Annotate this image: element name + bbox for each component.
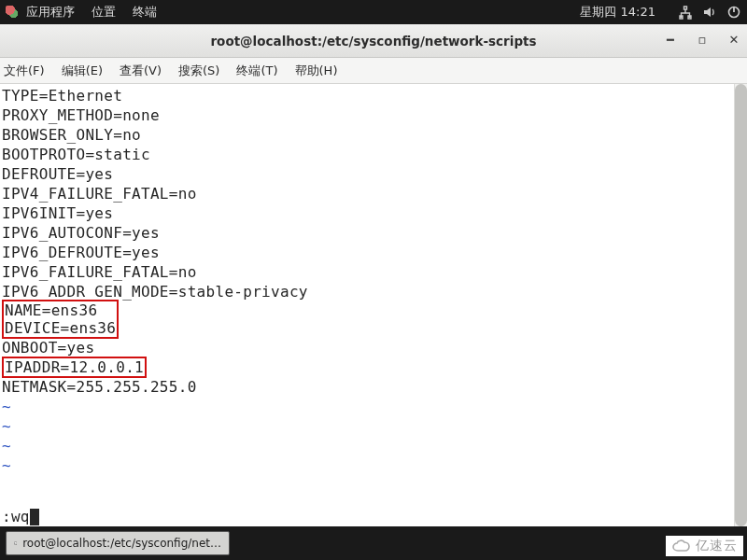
config-line: NETMASK=255.255.255.0 — [2, 377, 745, 397]
cursor-icon — [30, 509, 39, 525]
desktop-taskbar: >_ root@localhost:/etc/sysconfig/net… — [0, 526, 747, 560]
close-button[interactable]: ✕ — [728, 35, 740, 47]
config-line: IPV6_DEFROUTE=yes — [2, 243, 745, 262]
menu-view[interactable]: 查看(V) — [120, 63, 162, 79]
config-line: IPV4_FAILURE_FATAL=no — [2, 184, 745, 203]
cloud-icon — [671, 539, 694, 553]
window-titlebar[interactable]: root@localhost:/etc/sysconfig/network-sc… — [0, 24, 747, 58]
menu-terminal[interactable]: 终端(T) — [236, 63, 277, 79]
vim-empty-line: ~ — [2, 416, 745, 436]
config-line: TYPE=Ethernet — [2, 86, 745, 105]
config-line-highlighted: NAME=ens36DEVICE=ens36 — [2, 301, 745, 338]
terminal-viewport[interactable]: TYPE=EthernetPROXY_METHOD=noneBROWSER_ON… — [0, 84, 747, 526]
menu-help[interactable]: 帮助(H) — [295, 63, 338, 79]
terminal-icon: >_ — [14, 537, 17, 550]
window-title: root@localhost:/etc/sysconfig/network-sc… — [0, 34, 747, 49]
taskbar-entry-label: root@localhost:/etc/sysconfig/net… — [22, 537, 221, 550]
config-line: IPV6_AUTOCONF=yes — [2, 223, 745, 243]
menu-search[interactable]: 搜索(S) — [178, 63, 219, 79]
panel-menu-applications[interactable]: 应用程序 — [26, 4, 75, 21]
config-line: BOOTPROTO=static — [2, 145, 745, 164]
app-menubar: 文件(F) 编辑(E) 查看(V) 搜索(S) 终端(T) 帮助(H) — [0, 58, 747, 84]
minimize-button[interactable]: ━ — [665, 35, 676, 47]
vim-empty-line: ~ — [2, 436, 745, 455]
scrollbar[interactable] — [734, 84, 747, 526]
maximize-button[interactable]: ▫ — [697, 35, 708, 47]
config-line: ONBOOT=yes — [2, 338, 745, 357]
menu-edit[interactable]: 编辑(E) — [62, 63, 103, 79]
vim-empty-line: ~ — [2, 455, 745, 475]
panel-menu-places[interactable]: 位置 — [92, 4, 116, 21]
menu-file[interactable]: 文件(F) — [4, 63, 45, 79]
watermark: 亿速云 — [666, 536, 743, 556]
network-icon[interactable] — [678, 5, 693, 20]
vim-command-line[interactable]: :wq — [2, 507, 747, 526]
desktop-top-panel: 应用程序 位置 终端 星期四 14:21 — [0, 0, 747, 24]
config-line: PROXY_METHOD=none — [2, 105, 745, 125]
config-line: IPV6_FAILURE_FATAL=no — [2, 262, 745, 282]
panel-menu-terminal[interactable]: 终端 — [133, 4, 157, 21]
config-line-highlighted: IPADDR=12.0.0.1 — [2, 357, 745, 377]
panel-clock[interactable]: 星期四 14:21 — [580, 4, 655, 21]
config-line: IPV6INIT=yes — [2, 203, 745, 223]
scrollbar-thumb[interactable] — [735, 84, 747, 526]
config-line: IPV6_ADDR_GEN_MODE=stable-privacy — [2, 282, 745, 301]
volume-icon[interactable] — [702, 5, 717, 20]
distro-logo-icon — [6, 6, 19, 19]
power-icon[interactable] — [726, 5, 741, 20]
window-controls: ━ ▫ ✕ — [665, 35, 740, 47]
taskbar-entry-terminal[interactable]: >_ root@localhost:/etc/sysconfig/net… — [6, 531, 230, 555]
config-line: BROWSER_ONLY=no — [2, 125, 745, 145]
vim-empty-line: ~ — [2, 397, 745, 416]
config-line: DEFROUTE=yes — [2, 164, 745, 184]
